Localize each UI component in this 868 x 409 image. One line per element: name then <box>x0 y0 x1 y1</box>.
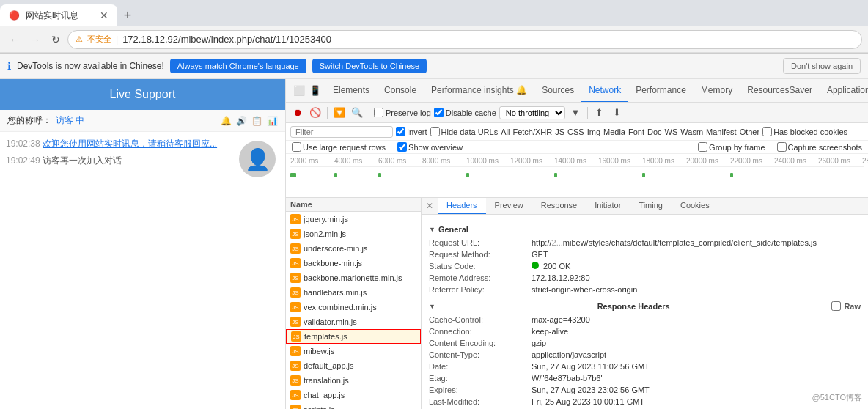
tab-network[interactable]: Network <box>581 79 628 103</box>
tab-sources[interactable]: Sources <box>534 79 581 103</box>
large-rows-checkbox[interactable] <box>292 142 301 152</box>
list-item[interactable]: JStemplates.js <box>286 329 421 344</box>
list-item[interactable]: JSmibew.js <box>286 344 421 358</box>
clear-button[interactable]: 🚫 <box>308 106 323 120</box>
content-encoding-label: Content-Encoding: <box>429 339 532 347</box>
preserve-log-label[interactable]: Preserve log <box>374 108 431 117</box>
tab-memory[interactable]: Memory <box>694 79 740 103</box>
js-filter[interactable]: JS <box>555 128 564 136</box>
network-list-header: Name <box>286 198 421 212</box>
list-item[interactable]: JSvex.combined.min.js <box>286 300 421 314</box>
list-item[interactable]: JStranslation.js <box>286 373 421 388</box>
device-icon[interactable]: 📱 <box>308 84 323 98</box>
tab-elements[interactable]: Elements <box>326 79 377 103</box>
hide-urls-checkbox[interactable] <box>430 127 440 136</box>
file-name: handlebars.min.js <box>304 288 367 297</box>
reload-button[interactable]: ↻ <box>47 31 65 48</box>
list-item[interactable]: JSchat_app.js <box>286 388 421 402</box>
address-bar[interactable]: ⚠ 不安全 | 172.18.12.92/mibew/index.php/cha… <box>67 30 862 49</box>
tab-close-button[interactable]: ✕ <box>100 10 108 21</box>
chat-icon-4[interactable]: 📊 <box>267 116 278 126</box>
back-button[interactable]: ← <box>6 31 23 48</box>
list-item[interactable]: JSunderscore-min.js <box>286 241 421 256</box>
detail-close-button[interactable]: ✕ <box>422 198 438 214</box>
file-icon: JS <box>290 243 301 254</box>
chat-icon-2[interactable]: 🔊 <box>236 116 247 126</box>
file-name: jquery.min.js <box>304 215 348 224</box>
css-filter[interactable]: CSS <box>567 128 584 136</box>
file-icon: JS <box>291 331 301 342</box>
tab-resources-saver[interactable]: ResourcesSaver <box>740 79 820 103</box>
file-name: templates.js <box>304 332 347 341</box>
large-rows-label[interactable]: Use large request rows <box>292 142 386 152</box>
disable-cache-checkbox[interactable] <box>434 108 444 117</box>
group-frame-label[interactable]: Group by frame <box>698 142 765 152</box>
new-tab-button[interactable]: + <box>117 5 138 26</box>
dont-show-again-button[interactable]: Don't show again <box>783 58 861 74</box>
filter-icon[interactable]: 🔽 <box>332 106 347 120</box>
search-icon[interactable]: 🔍 <box>350 106 364 120</box>
disable-cache-label[interactable]: Disable cache <box>434 108 496 117</box>
detail-tab-initiator[interactable]: Initiator <box>586 198 630 214</box>
active-tab[interactable]: 🔴 网站实时讯息 ✕ <box>0 4 117 26</box>
filter-input[interactable] <box>290 126 393 138</box>
list-item[interactable]: JSdefault_app.js <box>286 358 421 373</box>
detail-tab-preview[interactable]: Preview <box>486 198 532 214</box>
list-item[interactable]: JSbackbone.marionette.min.js <box>286 270 421 285</box>
list-item[interactable]: JSbackbone-min.js <box>286 256 421 270</box>
detail-tab-headers[interactable]: Headers <box>438 198 486 214</box>
media-filter[interactable]: Media <box>603 128 625 136</box>
invert-label[interactable]: Invert <box>396 127 427 136</box>
invert-checkbox[interactable] <box>396 127 405 136</box>
manifest-filter[interactable]: Manifest <box>706 128 737 136</box>
switch-devtools-button[interactable]: Switch DevTools to Chinese <box>312 59 427 73</box>
detail-tab-response[interactable]: Response <box>532 198 586 214</box>
all-filter[interactable]: All <box>501 128 510 136</box>
import-icon[interactable]: ⬆ <box>592 106 607 120</box>
forward-button[interactable]: → <box>26 31 44 48</box>
preserve-log-checkbox[interactable] <box>374 108 383 117</box>
group-frame-checkbox[interactable] <box>698 142 707 152</box>
capture-screenshots-label[interactable]: Capture screenshots <box>777 142 863 152</box>
hide-urls-label[interactable]: Hide data URLs <box>430 127 499 136</box>
tab-console[interactable]: Console <box>377 79 424 103</box>
capture-screenshots-checkbox[interactable] <box>777 142 787 152</box>
export-icon[interactable]: ⬇ <box>610 106 625 120</box>
etag-value: W/"64e87bab-b7b6" <box>532 374 603 383</box>
connection-row: Connection: keep-alive <box>429 325 861 337</box>
raw-checkbox[interactable] <box>831 301 841 311</box>
fetch-xhr-filter[interactable]: Fetch/XHR <box>512 128 552 136</box>
request-url-row: Request URL: http://2...mibew/styles/cha… <box>429 237 861 248</box>
list-item[interactable]: JSscripts.js <box>286 402 421 409</box>
devtools-toolbar: ⏺ 🚫 🔽 🔍 Preserve log Disable cache No th… <box>286 103 868 123</box>
img-filter[interactable]: Img <box>587 128 600 136</box>
throttling-down-icon[interactable]: ▼ <box>568 106 583 120</box>
record-button[interactable]: ⏺ <box>290 106 305 120</box>
font-filter[interactable]: Font <box>628 128 644 136</box>
detail-tab-cookies[interactable]: Cookies <box>672 198 718 214</box>
connection-label: Connection: <box>429 327 532 336</box>
detail-tab-timing[interactable]: Timing <box>630 198 672 214</box>
tab-application[interactable]: Application <box>820 79 868 103</box>
list-item[interactable]: JSjson2.min.js <box>286 226 421 241</box>
url-text[interactable]: 172.18.12.92/mibew/index.php/chat/11/102… <box>122 34 331 45</box>
inspect-icon[interactable]: ⬜ <box>292 84 306 98</box>
chat-icon-1[interactable]: 🔔 <box>221 116 232 126</box>
wasm-filter[interactable]: Wasm <box>680 128 703 136</box>
raw-label[interactable]: Raw <box>831 301 861 311</box>
doc-filter[interactable]: Doc <box>647 128 662 136</box>
blocked-cookies-label[interactable]: Has blocked cookies <box>762 127 847 136</box>
tab-performance-insights[interactable]: Performance insights 🔔 <box>424 79 534 103</box>
blocked-cookies-checkbox[interactable] <box>762 127 772 136</box>
show-overview-checkbox[interactable] <box>397 142 407 152</box>
list-item[interactable]: JSvalidator.min.js <box>286 314 421 329</box>
list-item[interactable]: JSjquery.min.js <box>286 212 421 226</box>
show-overview-label[interactable]: Show overview <box>397 142 463 152</box>
list-item[interactable]: JShandlebars.min.js <box>286 285 421 300</box>
tab-performance[interactable]: Performance <box>628 79 694 103</box>
match-language-button[interactable]: Always match Chrome's language <box>170 59 306 73</box>
throttling-select[interactable]: No throttling <box>499 106 565 119</box>
other-filter[interactable]: Other <box>740 128 760 136</box>
chat-icon-3[interactable]: 📋 <box>251 116 262 126</box>
ws-filter[interactable]: WS <box>665 128 678 136</box>
